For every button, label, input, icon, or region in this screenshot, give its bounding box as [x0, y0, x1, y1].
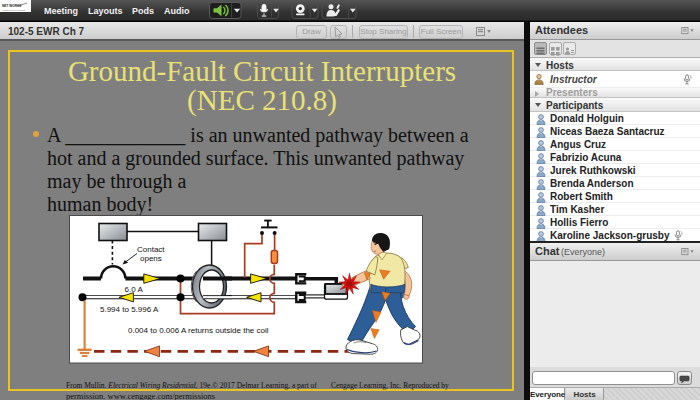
- svg-text:Contact: Contact: [137, 245, 165, 254]
- svg-text:0.004 to 0.006 A returns outsi: 0.004 to 0.006 A returns outside the coi…: [128, 326, 269, 335]
- svg-text:opens: opens: [140, 254, 162, 263]
- svg-text:Connected to Learning: Connected to Learning: [3, 9, 26, 11]
- svg-text:5.994 to 5.996 A: 5.994 to 5.996 A: [100, 305, 159, 314]
- svg-text:6.0 A: 6.0 A: [125, 285, 144, 294]
